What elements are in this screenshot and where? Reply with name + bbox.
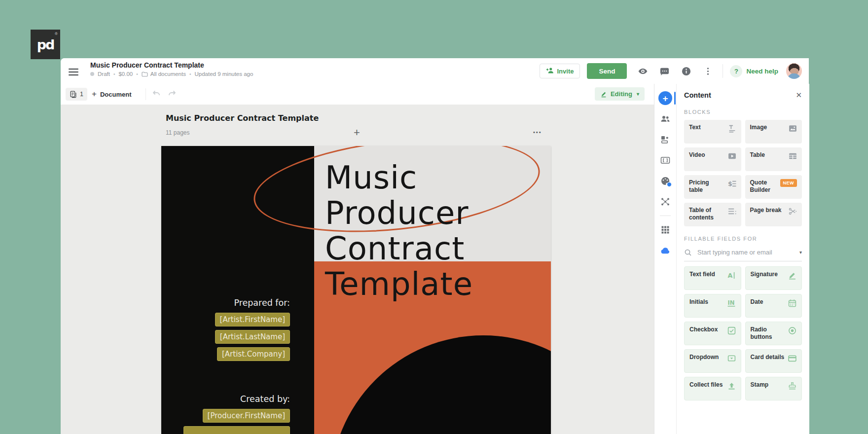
status-dot-icon: [90, 72, 94, 76]
rail-cloud-button[interactable]: [658, 244, 672, 257]
eye-button[interactable]: [637, 65, 649, 77]
field-tile-checkbox[interactable]: Checkbox: [684, 322, 741, 345]
rail-integrations-button[interactable]: [658, 195, 672, 209]
field-tile-text-field[interactable]: Text fieldA: [684, 266, 741, 290]
pricing-table-icon: $: [728, 180, 736, 188]
fillable-section-label: FILLABLE FIELDS FOR: [684, 236, 802, 242]
eye-icon: [638, 66, 648, 76]
page-list-button[interactable]: 1: [66, 88, 87, 101]
field-tile-date[interactable]: Date: [745, 294, 802, 318]
merge-field-token-partial[interactable]: [183, 426, 290, 434]
folder-icon: [142, 72, 148, 77]
content-panel-header: Content ✕: [684, 91, 802, 100]
field-tile-dropdown[interactable]: Dropdown: [684, 349, 741, 373]
need-help-label: Need help: [746, 68, 778, 75]
block-tile-page-break[interactable]: Page break: [745, 203, 802, 226]
new-badge: NEW: [780, 179, 797, 187]
info-button[interactable]: [680, 65, 692, 77]
document-value: $0.00: [118, 71, 133, 77]
rail-add-content-button[interactable]: +: [658, 91, 672, 105]
pandadoc-logo: pd ®: [31, 30, 60, 59]
stamp-icon: [788, 382, 796, 390]
prepared-for-group: Prepared for: [Artist.FirstName][Artist.…: [215, 298, 290, 364]
merge-field-token[interactable]: [Artist.LastName]: [215, 330, 290, 344]
send-button[interactable]: Send: [587, 63, 627, 79]
cloud-icon: [660, 246, 670, 255]
add-document-button[interactable]: + Document: [92, 88, 132, 101]
block-tile-table-of-contents[interactable]: Table of contents: [684, 203, 741, 226]
created-by-label: Created by:: [183, 394, 290, 404]
add-block-button[interactable]: +: [354, 126, 360, 139]
hamburger-menu-icon[interactable]: [69, 67, 78, 74]
invite-button[interactable]: Invite: [540, 64, 580, 78]
page-more-button[interactable]: •••: [533, 129, 542, 135]
merge-field-token[interactable]: [Artist.Company]: [217, 347, 290, 361]
field-tile-label: Dropdown: [689, 354, 719, 361]
undo-icon: [151, 89, 161, 99]
search-chevron-down-icon[interactable]: ▾: [799, 250, 802, 255]
document-canvas: Music Producer Contract Template 11 page…: [61, 105, 654, 434]
collect-files-icon: [727, 382, 736, 390]
app-window: Music Producer Contract Template Draft •…: [61, 58, 809, 434]
block-tile-text[interactable]: Text: [684, 120, 741, 144]
page-count: 1: [80, 91, 83, 98]
field-tile-card-details[interactable]: Card details: [745, 349, 802, 373]
need-help-button[interactable]: ? Need help: [730, 65, 778, 77]
rail-variables-button[interactable]: [658, 153, 672, 167]
fields-grid: Text fieldASignatureInitialsINDateCheckb…: [684, 266, 802, 400]
canvas-document-title[interactable]: Music Producer Contract Template: [166, 113, 319, 123]
field-tile-collect-files[interactable]: Collect files: [684, 377, 741, 400]
block-tile-table[interactable]: Table: [745, 147, 802, 171]
field-tile-stamp[interactable]: Stamp: [745, 377, 802, 400]
user-avatar[interactable]: [786, 63, 802, 79]
merge-field-token[interactable]: [Artist.FirstName]: [215, 313, 290, 326]
apps-grid-icon: [660, 225, 670, 235]
block-tile-label: Text: [689, 124, 701, 131]
checkbox-icon: [727, 326, 736, 335]
block-tile-video[interactable]: Video: [684, 147, 741, 171]
block-tile-label: Table: [750, 151, 765, 159]
field-tile-radio-buttons[interactable]: Radio buttons: [745, 322, 802, 345]
text-icon: [728, 124, 736, 133]
date-icon: [788, 299, 796, 307]
invite-label: Invite: [557, 68, 574, 75]
comment-button[interactable]: [658, 65, 670, 77]
field-tile-label: Collect files: [689, 381, 723, 389]
undo-button[interactable]: [151, 89, 162, 100]
table-of-contents-icon: [728, 207, 736, 216]
block-tile-pricing-table[interactable]: Pricing table$: [684, 175, 741, 199]
recipient-search-input[interactable]: [696, 248, 795, 256]
page-count-label: 11 pages: [166, 129, 190, 136]
document-tab-label: Document: [100, 91, 132, 98]
svg-text:A: A: [727, 272, 732, 279]
field-tile-initials[interactable]: InitialsIN: [684, 294, 741, 318]
rail-divider: [660, 216, 671, 216]
block-tile-image[interactable]: Image: [745, 120, 802, 144]
merge-field-token[interactable]: [Producer.FirstName]: [203, 409, 290, 423]
rail-people-button[interactable]: [658, 112, 672, 126]
folder-name[interactable]: All documents: [150, 71, 186, 77]
pandadoc-logo-glyph: pd: [37, 37, 54, 52]
redo-button[interactable]: [167, 89, 178, 100]
rail-content-blocks-button[interactable]: [658, 133, 672, 146]
sidebar-icon-rail: +: [654, 84, 677, 434]
pencil-icon: [600, 91, 607, 98]
mode-label: Editing: [611, 90, 632, 98]
field-tile-label: Text field: [689, 271, 715, 278]
mode-dropdown[interactable]: Editing ▾: [595, 87, 645, 101]
document-title-block: Music Producer Contract Template Draft •…: [90, 61, 253, 77]
radio-buttons-icon: [788, 326, 796, 335]
kebab-button[interactable]: [702, 65, 714, 77]
header-actions: Invite Send ? Need help: [540, 58, 802, 84]
block-tile-label: Image: [750, 124, 767, 131]
field-tile-label: Signature: [751, 271, 778, 278]
block-tile-label: Page break: [750, 207, 782, 214]
close-icon[interactable]: ✕: [796, 91, 802, 100]
rail-apps-grid-button[interactable]: [658, 223, 672, 237]
field-tile-signature[interactable]: Signature: [745, 266, 802, 290]
toolbar-divider: [145, 88, 146, 100]
card-details-icon: [788, 354, 796, 362]
rail-design-button[interactable]: [658, 174, 672, 188]
meta-separator: •: [136, 72, 138, 77]
block-tile-quote-builder[interactable]: Quote BuilderNEW: [745, 175, 802, 199]
